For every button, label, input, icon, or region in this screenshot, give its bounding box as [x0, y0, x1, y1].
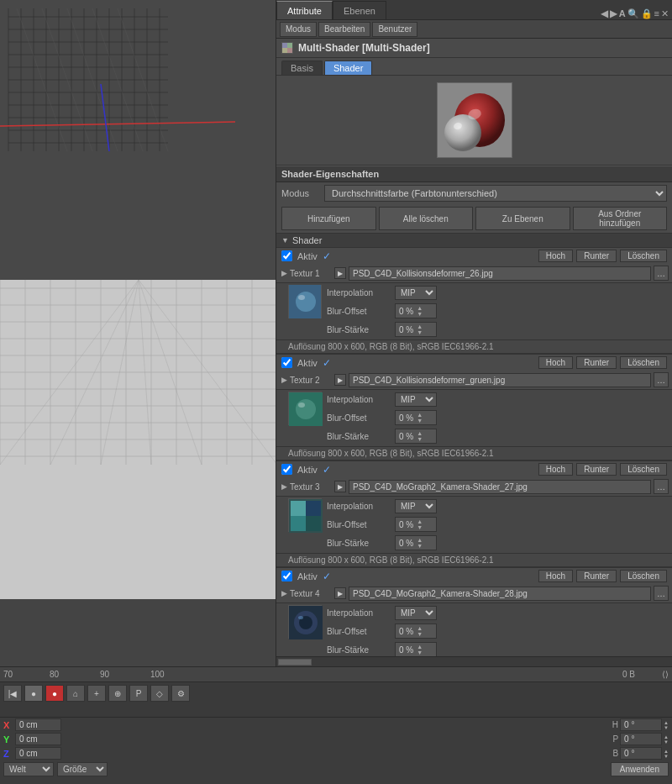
groesse-select[interactable]: Größe — [57, 762, 108, 776]
thumb-svg-3 — [289, 499, 323, 533]
textur-triangle-1[interactable]: ▶ — [281, 269, 287, 277]
shader-preview — [437, 82, 512, 158]
textur-arrow-2[interactable]: ▶ — [334, 374, 346, 386]
blur-offset-spinner-4[interactable]: ▲▼ — [417, 625, 423, 637]
bearbeiten-button[interactable]: Bearbeiten — [318, 22, 370, 37]
interp-row-4: Interpolation MIP — [327, 605, 667, 621]
z-value-input[interactable] — [15, 747, 61, 760]
aktiv-label-2: Aktiv — [297, 358, 318, 368]
alle-loeschen-button[interactable]: Alle löschen — [379, 207, 474, 230]
loeschen-btn-1[interactable]: Löschen — [620, 250, 667, 262]
aktiv-checkbox-3[interactable] — [281, 464, 292, 475]
aktiv-checkbox-1[interactable] — [281, 250, 292, 261]
blur-staerke-spinner-4[interactable]: ▲▼ — [417, 644, 423, 655]
aktiv-checkbox-4[interactable] — [281, 571, 292, 581]
textur-triangle-4[interactable]: ▶ — [281, 589, 287, 597]
thumb-svg-2 — [289, 392, 323, 426]
p-spinner[interactable]: ▲▼ — [664, 734, 669, 745]
hoch-btn-4[interactable]: Hoch — [538, 570, 573, 582]
b-field-label: B — [606, 749, 618, 758]
tl-motion[interactable]: ⊕ — [108, 685, 127, 702]
timeline-spinner[interactable]: ⟨⟩ — [662, 670, 669, 679]
close-icon[interactable]: ✕ — [661, 8, 669, 19]
menu-icon[interactable]: ≡ — [654, 8, 659, 18]
b-spinner[interactable]: ▲▼ — [664, 749, 669, 759]
textur-arrow-3[interactable]: ▶ — [334, 481, 346, 492]
blur-staerke-row-2: Blur-Stärke 0 % ▲▼ — [327, 428, 667, 445]
tl-record[interactable]: ● — [45, 685, 64, 702]
runter-btn-3[interactable]: Runter — [576, 463, 617, 476]
tl-diamond[interactable]: ◇ — [150, 685, 169, 702]
hoch-btn-3[interactable]: Hoch — [538, 463, 573, 476]
anwenden-button[interactable]: Anwenden — [611, 762, 669, 776]
blur-offset-spinner-2[interactable]: ▲▼ — [417, 412, 423, 424]
letter-a-icon[interactable]: A — [619, 8, 626, 18]
tab-ebenen[interactable]: Ebenen — [333, 1, 386, 19]
viewport — [0, 0, 276, 666]
textur-more-2[interactable]: … — [654, 372, 669, 387]
coord-y-row: Y P ▲▼ — [0, 732, 672, 746]
aus-ordner-hinzufuegen-button[interactable]: Aus Ordner hinzufügen — [573, 207, 668, 230]
panel-scroll[interactable]: Shader-Eigenschaften Modus Durchschnitts… — [276, 166, 672, 656]
blur-staerke-row-4: Blur-Stärke 0 % ▲▼ — [327, 641, 667, 656]
tl-key[interactable]: ⌂ — [66, 685, 85, 702]
arrow-left-icon[interactable]: ◀ — [601, 8, 608, 19]
textur-more-4[interactable]: … — [654, 586, 669, 601]
modus-button[interactable]: Modus — [280, 22, 317, 37]
tl-skip-start[interactable]: |◀ — [3, 685, 22, 702]
arrow-right-icon[interactable]: ▶ — [610, 8, 617, 19]
panel-title: Multi-Shader [Multi-Shader] — [298, 42, 430, 54]
lock-icon[interactable]: 🔒 — [641, 8, 653, 19]
runter-btn-4[interactable]: Runter — [576, 570, 617, 582]
blur-staerke-spinner-2[interactable]: ▲▼ — [417, 430, 423, 442]
textur-triangle-2[interactable]: ▶ — [281, 376, 287, 384]
tl-play[interactable]: ● — [24, 685, 43, 702]
blur-offset-row-3: Blur-Offset 0 % ▲▼ — [327, 516, 667, 533]
tab-attribute[interactable]: Attribute — [276, 1, 333, 19]
y-value-input[interactable] — [15, 733, 61, 745]
p-value-input[interactable] — [620, 733, 662, 745]
sub-tab-shader[interactable]: Shader — [324, 61, 372, 75]
h-value-input[interactable] — [620, 718, 662, 731]
interp-select-3[interactable]: MIP — [395, 499, 437, 513]
interp-select-1[interactable]: MIP — [395, 286, 437, 300]
blur-staerke-spinner-3[interactable]: ▲▼ — [417, 537, 423, 549]
hoch-btn-2[interactable]: Hoch — [538, 356, 573, 369]
benutzer-button[interactable]: Benutzer — [372, 22, 417, 37]
textur-arrow-1[interactable]: ▶ — [334, 267, 346, 279]
welt-select[interactable]: Welt — [3, 762, 54, 776]
h-scrollbar[interactable] — [276, 656, 672, 666]
h-scrollbar-thumb[interactable] — [278, 659, 312, 666]
blur-offset-spinner-1[interactable]: ▲▼ — [417, 305, 423, 317]
interp-select-4[interactable]: MIP — [395, 606, 437, 620]
svg-point-77 — [298, 403, 305, 408]
runter-btn-1[interactable]: Runter — [576, 250, 617, 262]
runter-btn-2[interactable]: Runter — [576, 356, 617, 369]
tl-add-key[interactable]: + — [87, 685, 106, 702]
textur-triangle-3[interactable]: ▶ — [281, 482, 287, 491]
h-spinner[interactable]: ▲▼ — [664, 720, 669, 730]
timeline-marker-70: 70 — [3, 670, 13, 679]
textur-arrow-4[interactable]: ▶ — [334, 587, 346, 599]
aktiv-checkbox-2[interactable] — [281, 357, 292, 368]
search-icon[interactable]: 🔍 — [627, 8, 639, 19]
loeschen-btn-4[interactable]: Löschen — [620, 570, 667, 582]
interp-select-2[interactable]: MIP — [395, 392, 437, 407]
modus-select[interactable]: Durchschnittsfarbe (Farbtonunterschied) — [324, 185, 667, 202]
tl-param[interactable]: P — [129, 685, 148, 702]
b-value-input[interactable] — [620, 747, 662, 760]
zu-ebenen-button[interactable]: Zu Ebenen — [475, 207, 570, 230]
tl-settings[interactable]: ⚙ — [171, 685, 190, 702]
textur-more-1[interactable]: … — [654, 266, 669, 281]
blur-staerke-spinner-1[interactable]: ▲▼ — [417, 324, 423, 335]
hoch-btn-1[interactable]: Hoch — [538, 250, 573, 262]
thumb-row-3: Interpolation MIP Blur-Offset 0 % ▲▼ Blu… — [276, 497, 672, 554]
loeschen-btn-2[interactable]: Löschen — [620, 356, 667, 369]
hinzufuegen-button[interactable]: Hinzufügen — [281, 207, 376, 230]
timeline-marker-100: 100 — [150, 670, 165, 679]
sub-tab-basis[interactable]: Basis — [281, 61, 323, 75]
textur-more-3[interactable]: … — [654, 479, 669, 494]
loeschen-btn-3[interactable]: Löschen — [620, 463, 667, 476]
blur-offset-spinner-3[interactable]: ▲▼ — [417, 518, 423, 530]
x-value-input[interactable] — [15, 718, 61, 731]
